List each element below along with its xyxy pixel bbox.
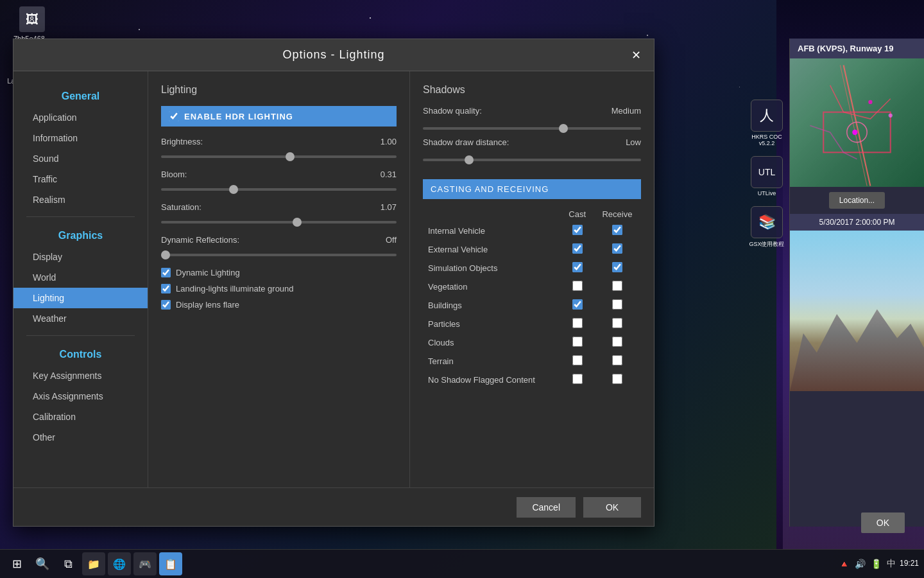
shadow-quality-slider[interactable]	[423, 127, 641, 130]
shadow-quality-row: Shadow quality: Medium	[423, 106, 641, 116]
location-button[interactable]: Location...	[829, 192, 885, 209]
vegetation-receive[interactable]	[612, 281, 622, 291]
sidebar-item-key-assignments[interactable]: Key Assignments	[13, 365, 148, 386]
sidebar-item-axis-assignments[interactable]: Axis Assignments	[13, 386, 148, 407]
landing-lights-checkbox[interactable]	[161, 284, 171, 293]
lighting-settings-panel: Lighting ENABLE HDR LIGHTING Brightness:…	[148, 71, 410, 487]
task-view-button[interactable]: ⧉	[56, 552, 80, 575]
particles-receive[interactable]	[612, 318, 622, 328]
general-section-title: General	[13, 84, 148, 107]
dynamic-reflections-row: Dynamic Reflections: Off	[161, 235, 397, 259]
hdr-checkbox[interactable]	[169, 111, 179, 121]
particles-cast[interactable]	[572, 318, 583, 328]
bloom-row: Bloom: 0.31	[161, 170, 397, 193]
desktop-icon-7bb5e[interactable]: 🖼 7bb5e468...	[6, 6, 58, 42]
no-shadow-flagged-receive[interactable]	[612, 374, 622, 384]
landing-lights-label: Landing-lights illuminate ground	[176, 284, 294, 293]
shadow-quality-label: Shadow quality:	[423, 106, 482, 116]
hkrs-icon[interactable]: 人 HKRS COC v5.2.2	[748, 100, 786, 146]
taskbar-right: 🔺 🔊 🔋 中 19:21	[839, 558, 919, 570]
sidebar-item-other[interactable]: Other	[13, 427, 148, 448]
table-row: No Shadow Flagged Content	[423, 371, 641, 389]
sidebar-item-application[interactable]: Application	[13, 107, 148, 128]
svg-line-1	[840, 65, 867, 186]
sidebar-divider-1	[26, 216, 135, 217]
volume-icon: 🔊	[855, 559, 866, 569]
internal-vehicle-receive[interactable]	[612, 225, 622, 235]
table-row: Simulation Objects	[423, 259, 641, 277]
clouds-cast[interactable]	[572, 337, 583, 347]
dynamic-lighting-checkbox[interactable]	[161, 268, 171, 277]
svg-point-5	[868, 100, 872, 104]
bloom-value: 0.31	[381, 170, 397, 179]
simulation-objects-cast[interactable]	[572, 262, 583, 272]
svg-point-6	[889, 114, 893, 118]
search-button[interactable]: 🔍	[31, 552, 54, 575]
dialog-footer: Cancel OK	[13, 487, 654, 526]
table-row: Buildings	[423, 296, 641, 315]
graphics-section-title: Graphics	[13, 223, 148, 247]
buildings-cast[interactable]	[572, 299, 583, 310]
taskbar-browser[interactable]: 🌐	[108, 552, 131, 575]
ok-button[interactable]: OK	[583, 497, 641, 518]
internal-vehicle-cast[interactable]	[572, 225, 583, 235]
bloom-slider[interactable]	[161, 188, 397, 191]
shadow-draw-distance-label: Shadow draw distance:	[423, 137, 509, 147]
lens-flare-row: Display lens flare	[161, 300, 397, 310]
terrain-cast[interactable]	[572, 355, 583, 365]
close-button[interactable]: ✕	[626, 46, 646, 65]
row-label-external-vehicle: External Vehicle	[423, 240, 561, 259]
battery-icon: 🔋	[871, 559, 882, 569]
external-vehicle-cast[interactable]	[572, 243, 583, 254]
dynamic-reflections-slider[interactable]	[161, 254, 397, 256]
taskbar-app-4[interactable]: 📋	[159, 552, 182, 575]
clouds-receive[interactable]	[612, 337, 622, 347]
terrain-receive[interactable]	[612, 355, 622, 365]
col-header-cast: Cast	[561, 207, 593, 222]
brightness-value: 1.00	[381, 137, 397, 146]
gsx-icon[interactable]: 📚 GSX使用教程	[748, 206, 786, 249]
map-svg	[790, 58, 924, 187]
utlive-icon[interactable]: UTL UTLive	[748, 156, 786, 197]
sidebar-item-weather[interactable]: Weather	[13, 308, 148, 329]
buildings-receive[interactable]	[612, 299, 622, 310]
sidebar-item-display[interactable]: Display	[13, 247, 148, 267]
cancel-button[interactable]: Cancel	[517, 497, 576, 518]
sidebar-item-information[interactable]: Information	[13, 128, 148, 148]
shadow-draw-distance-row: Shadow draw distance: Low	[423, 137, 641, 147]
taskbar-app-3[interactable]: 🎮	[133, 552, 157, 575]
external-vehicle-receive[interactable]	[612, 243, 622, 254]
sidebar-item-calibration[interactable]: Calibration	[13, 407, 148, 427]
dialog-title: Options - Lighting	[282, 48, 384, 62]
external-icons: 人 HKRS COC v5.2.2 UTL UTLive 📚 GSX使用教程	[748, 100, 786, 249]
no-shadow-flagged-cast[interactable]	[572, 374, 583, 384]
hdr-label: ENABLE HDR LIGHTING	[184, 112, 293, 121]
table-row: Vegetation	[423, 277, 641, 296]
sidebar-item-realism[interactable]: Realism	[13, 189, 148, 210]
brightness-slider[interactable]	[161, 155, 397, 158]
col-header-receive: Receive	[594, 207, 641, 222]
taskbar-file-explorer[interactable]: 📁	[82, 552, 105, 575]
map-panel	[790, 58, 924, 187]
lens-flare-checkbox[interactable]	[161, 300, 171, 310]
saturation-slider[interactable]	[161, 221, 397, 223]
shadow-draw-distance-slider[interactable]	[423, 159, 641, 161]
dynamic-lighting-row: Dynamic Lighting	[161, 268, 397, 277]
dynamic-reflections-value: Off	[386, 235, 397, 245]
simulation-objects-receive[interactable]	[612, 262, 622, 272]
shadow-draw-distance-value: Low	[626, 137, 641, 147]
start-button[interactable]: ⊞	[5, 552, 28, 575]
vegetation-cast[interactable]	[572, 281, 583, 291]
bloom-label: Bloom:	[161, 170, 187, 179]
network-icon: 🔺	[839, 559, 850, 569]
lighting-panel-title: Lighting	[161, 84, 397, 96]
sidebar-item-world[interactable]: World	[13, 267, 148, 288]
shadows-settings-panel: Shadows Shadow quality: Medium Shadow dr…	[410, 71, 654, 487]
sidebar-item-lighting[interactable]: Lighting	[13, 288, 148, 308]
sidebar-item-sound[interactable]: Sound	[13, 148, 148, 169]
right-ok-button[interactable]: OK	[861, 512, 905, 533]
shadow-quality-value: Medium	[612, 106, 641, 116]
col-header-item	[423, 207, 561, 222]
sidebar-item-traffic[interactable]: Traffic	[13, 169, 148, 189]
brightness-label: Brightness:	[161, 137, 203, 146]
